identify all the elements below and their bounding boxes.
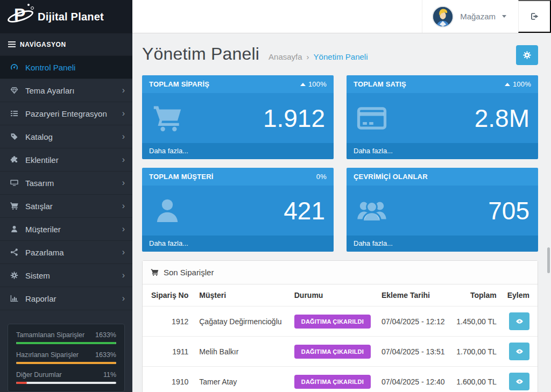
avatar [432, 6, 454, 27]
chevron-right-icon: › [122, 201, 125, 211]
users-icon [356, 196, 387, 226]
chevron-right-icon: › [122, 294, 125, 303]
column-header: Ekleme Tarihi [376, 284, 451, 307]
sidebar-item-label: Raporlar [25, 294, 122, 303]
planet-logo-icon: P [6, 3, 34, 31]
store-menu-label: Mağazam [460, 12, 496, 21]
topbar: Mağazam [132, 0, 551, 33]
eye-icon [515, 347, 524, 355]
order-date: 07/04/2025 - 12:40 [376, 367, 451, 392]
tile-value: 2.8M [475, 106, 529, 131]
status-badge: DAĞITIMA ÇIKARILDI [294, 345, 371, 359]
tile-delta: 100% [505, 80, 531, 88]
brand-name: Dijital Planet [38, 11, 104, 23]
gear-icon [522, 51, 532, 60]
table-header-row: Sipariş No Müşteri Durumu Ekleme Tarihi … [143, 284, 538, 307]
sidebar-item-raporlar[interactable]: Raporlar › [0, 287, 132, 310]
page-head: Yönetim Paneli Anasayfa › Yönetim Paneli [142, 44, 538, 64]
navigation-header-label: NAVİGASYON [20, 41, 66, 48]
sidebar-item-pazaryeri-entegrasyon[interactable]: Pazaryeri Entegrasyon › [0, 102, 132, 125]
breadcrumb: Anasayfa › Yönetim Paneli [269, 52, 368, 61]
column-header: Durumu [289, 284, 376, 307]
chevron-right-icon: › [122, 178, 125, 188]
sidebar-item-tasarim[interactable]: Tasarım › [0, 172, 132, 195]
sidebar-item-label: Tema Ayarları [25, 86, 122, 95]
tile-more-link[interactable]: Daha fazla... [347, 143, 538, 159]
navigation-header: NAVİGASYON [0, 33, 132, 56]
logout-button[interactable] [518, 0, 551, 33]
stat-value: 1633% [95, 351, 116, 359]
store-dropdown[interactable]: Mağazam [422, 0, 518, 33]
cart-icon [152, 103, 183, 133]
eye-icon [515, 317, 524, 325]
tag-icon [9, 132, 19, 141]
column-header: Sipariş No [143, 284, 194, 307]
credit-card-icon [356, 103, 387, 133]
column-header: Eylem [502, 284, 538, 307]
chevron-right-icon: › [122, 224, 125, 234]
tile-cevrimici-olanlar: ÇEVRİMİÇİ OLANLAR 705 Daha fazla... [347, 168, 538, 252]
sidebar-item-pazarlama[interactable]: Pazarlama › [0, 241, 132, 264]
progress-bar [16, 382, 116, 384]
breadcrumb-current: Yönetim Paneli [314, 52, 368, 61]
order-stats-panel: Tamamlanan Siparişler 1633% Hazırlanan S… [8, 324, 125, 392]
scrollbar-thumb[interactable] [547, 247, 550, 273]
sidebar-menu: Kontrol Paneli Tema Ayarları › Pazaryeri… [0, 56, 132, 310]
gear-icon [9, 271, 19, 280]
breadcrumb-home[interactable]: Anasayfa [269, 52, 302, 61]
sidebar-item-sistem[interactable]: Sistem › [0, 264, 132, 287]
view-order-button[interactable] [509, 373, 529, 390]
brand-logo[interactable]: P Dijital Planet [0, 0, 132, 33]
tile-more-link[interactable]: Daha fazla... [142, 143, 334, 159]
diamond-icon [9, 86, 19, 95]
sidebar-item-label: Pazaryeri Entegrasyon [25, 109, 122, 118]
caret-down-icon [502, 15, 506, 18]
view-order-button[interactable] [509, 343, 529, 360]
main-area: Mağazam Yönetim Paneli Anasayfa › Yöneti… [132, 0, 551, 392]
status-badge: DAĞITIMA ÇIKARILDI [294, 315, 371, 329]
order-date: 07/04/2025 - 12:12 [376, 307, 451, 337]
sidebar-item-katalog[interactable]: Katalog › [0, 125, 132, 148]
orders-table: Sipariş No Müşteri Durumu Ekleme Tarihi … [143, 284, 538, 392]
chevron-right-icon: › [122, 155, 125, 165]
monitor-icon [9, 179, 19, 187]
stat-label: Diğer Durumlar [16, 371, 62, 379]
sidebar-item-satislar[interactable]: Satışlar › [0, 195, 132, 218]
sidebar-item-tema-ayarlari[interactable]: Tema Ayarları › [0, 79, 132, 102]
sidebar-item-label: Sistem [25, 271, 122, 280]
cart-icon [151, 268, 159, 276]
column-header: Müşteri [194, 284, 288, 307]
order-no: 1911 [143, 337, 194, 367]
cart-icon [9, 202, 19, 210]
hamburger-icon [8, 41, 16, 47]
eye-icon [515, 377, 524, 386]
sidebar-item-label: Eklentiler [25, 155, 122, 165]
tile-toplam-siparis: TOPLAM SİPARİŞ 100% 1.912 Daha fazla... [142, 75, 334, 159]
sidebar-item-label: Müşteriler [25, 225, 122, 234]
share-icon [9, 248, 19, 256]
stat-row: Diğer Durumlar 11% [16, 371, 116, 379]
tile-more-link[interactable]: Daha fazla... [347, 236, 538, 252]
sidebar: P Dijital Planet NAVİGASYON Kontrol Pane… [0, 0, 132, 392]
sidebar-item-musteriler[interactable]: Müşteriler › [0, 218, 132, 241]
puzzle-icon [9, 155, 19, 164]
stat-label: Tamamlanan Siparişler [16, 331, 84, 339]
view-order-button[interactable] [509, 312, 529, 330]
tile-title: TOPLAM MÜŞTERİ [149, 173, 214, 181]
sidebar-item-label: Tasarım [25, 179, 122, 188]
page-title: Yönetim Paneli [142, 44, 259, 64]
user-icon [9, 225, 19, 233]
tile-more-link[interactable]: Daha fazla... [142, 236, 334, 252]
sidebar-item-kontrol-paneli[interactable]: Kontrol Paneli [0, 56, 132, 79]
caret-up-icon [505, 83, 510, 86]
customer-name: Tamer Atay [194, 367, 288, 392]
sidebar-item-label: Satışlar [25, 202, 122, 211]
tile-title: TOPLAM SİPARİŞ [149, 80, 209, 88]
progress-bar [16, 342, 116, 344]
tile-title: TOPLAM SATIŞ [354, 80, 406, 88]
kpi-tiles: TOPLAM SİPARİŞ 100% 1.912 Daha fazla... … [142, 75, 538, 252]
tile-value: 421 [284, 198, 325, 223]
settings-button[interactable] [516, 45, 538, 65]
tile-value: 705 [488, 198, 529, 223]
sidebar-item-eklentiler[interactable]: Eklentiler › [0, 148, 132, 172]
